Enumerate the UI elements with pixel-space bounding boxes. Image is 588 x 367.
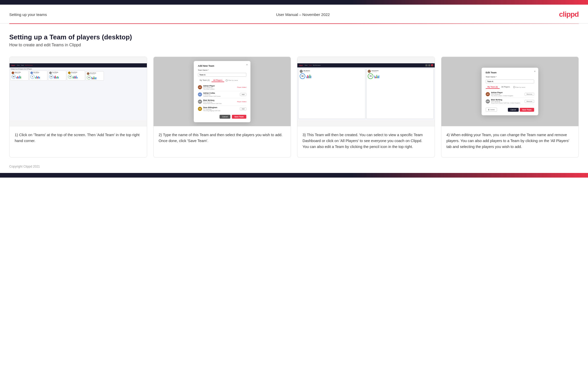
header-section-label: Setting up your teams xyxy=(9,12,47,17)
modal-add-team-name-input[interactable] xyxy=(198,73,246,77)
modal-edit-tab-myteam[interactable]: My Team (2) xyxy=(486,85,500,89)
modal-add-player-info-4: Dave Billingham 1.5 HandicapThe Ding Mag… xyxy=(203,107,239,111)
modal-add-team-name-label: Team Name * xyxy=(198,69,246,71)
modal-edit-player-remove-btn-1[interactable]: Remove xyxy=(525,93,534,96)
modal-add-player-name-4: Dave Billingham xyxy=(203,107,239,108)
modal-edit-player-detail-2: Plus HandicapRoyal North Devon Golf Club… xyxy=(491,101,524,104)
ss1-p2-name: Blair McHarg xyxy=(33,72,39,73)
modal-add-player-status-1: Player Added xyxy=(237,86,246,88)
modal-add-tab-allplayers[interactable]: All Players xyxy=(212,79,224,82)
ss3-nav-action-edit: ✎ xyxy=(431,64,433,66)
modal-edit-player-row-2: BM Blair McHarg Plus HandicapRoyal North… xyxy=(486,98,534,105)
ss1-body: Finding 6 out of 8 players from All Play… xyxy=(10,67,147,120)
ss1-p3-name: Dave Billingh... xyxy=(52,72,59,73)
modal-edit-close[interactable]: × xyxy=(534,70,535,73)
card-4: Edit Team × Team Name * My Team (2) All … xyxy=(441,57,579,158)
ss1-player-card-1: Adrian Collins Plus Handicap 84 xyxy=(11,71,29,81)
modal-edit-team-name-input[interactable] xyxy=(486,80,534,83)
modal-add-player-detail-3: Plus HandicapRoyal North Devon Golf Club xyxy=(203,101,236,104)
card-4-text: 4) When editing your Team, you can chang… xyxy=(441,126,579,157)
ss1-p1-club: Plus Handicap xyxy=(15,73,21,74)
modal-edit-player-list: AP Adrian Player Plus HandicapThe Shire … xyxy=(486,91,534,105)
modal-add-player-row-2: AC Adrian Coliba 1 HandicapCentral Londo… xyxy=(198,91,246,98)
modal-add-player-status-3: Player Added xyxy=(237,101,246,102)
modal-add-filter-checkbox[interactable] xyxy=(226,80,228,81)
modal-edit-cancel-button[interactable]: Cancel xyxy=(508,108,519,112)
modal-edit-team-name-label: Team Name * xyxy=(486,76,534,78)
ss1-p5-name: Richard Butler xyxy=(90,73,96,74)
modal-add-tab-myteam[interactable]: My Team (2) xyxy=(198,79,212,82)
bottom-bar xyxy=(0,173,588,178)
modal-add-player-detail-2: 1 HandicapCentral London Golf Centre xyxy=(203,94,239,97)
modal-edit-player-row-1: AP Adrian Player Plus HandicapThe Shire … xyxy=(486,91,534,98)
modal-edit-title: Edit Team xyxy=(486,71,534,74)
cards-row: clippd Home Teams My Performance Finding… xyxy=(9,57,579,158)
ss3-nav-action-2 xyxy=(428,64,430,66)
modal-add-player-info-2: Adrian Coliba 1 HandicapCentral London G… xyxy=(203,92,239,97)
modal-edit-player-detail-1: Plus HandicapThe Shire London, United Ki… xyxy=(491,93,524,97)
ss3-player-panel-1: Blair McHarg Plus Handicap 94 xyxy=(298,68,365,119)
ss3-nav-actions: ✎ xyxy=(425,64,433,66)
modal-add-bg: Add New Team × Team Name * My Team (2) A… xyxy=(154,57,291,126)
modal-edit-tab-allplayers[interactable]: All Players xyxy=(500,85,512,89)
ss1-nav: clippd Home Teams My Performance xyxy=(10,63,147,67)
card-2-screenshot: Add New Team × Team Name * My Team (2) A… xyxy=(154,57,291,126)
card-2: Add New Team × Team Name * My Team (2) A… xyxy=(153,57,291,158)
ss1-dashboard: clippd Home Teams My Performance Finding… xyxy=(10,63,147,120)
modal-edit-player-avatar-2: BM xyxy=(486,99,490,103)
modal-edit-filter-checkbox[interactable] xyxy=(513,86,515,88)
ss1-nav-teams: Teams xyxy=(21,65,24,66)
ss3-nav-teams: Teams xyxy=(309,65,312,66)
modal-edit-filter: Filter by name xyxy=(513,86,525,88)
modal-edit-box: Edit Team × Team Name * My Team (2) All … xyxy=(482,68,538,115)
ss1-nav-items: Home Teams My Performance xyxy=(17,65,33,66)
modal-add-player-info-3: Blair McHarg Plus HandicapRoyal North De… xyxy=(203,99,236,104)
modal-edit-player-info-2: Blair McHarg Plus HandicapRoyal North De… xyxy=(491,99,524,104)
card-3-screenshot: clippd Home Teams My Performance ✎ xyxy=(297,57,435,126)
page-title: Setting up a Team of players (desktop) xyxy=(9,33,579,41)
ss3-nav-home: Home xyxy=(305,65,308,66)
ss1-p2-club: Plus Handicap xyxy=(33,73,39,74)
modal-edit-player-remove-btn-2[interactable]: Remove xyxy=(525,100,534,103)
page-subtitle: How to create and edit Teams in Clippd xyxy=(9,43,579,47)
modal-add-player-info-1: Adrian Player Plus HandicapThe Shire Lon… xyxy=(203,85,236,90)
header: Setting up your teams User Manual – Nove… xyxy=(0,5,588,23)
modal-edit-save-button[interactable]: Save Team xyxy=(520,108,534,112)
modal-edit-player-info-1: Adrian Player Plus HandicapThe Shire Lon… xyxy=(491,92,524,97)
modal-add-title: Add New Team xyxy=(198,65,246,67)
ss1-p5-club: Plus Handicap xyxy=(90,74,96,75)
modal-add-save-button[interactable]: Save Team xyxy=(232,115,246,119)
modal-add-tabs: My Team (2) All Players Filter by name xyxy=(198,79,246,82)
ss1-nav-home: Home xyxy=(17,65,20,66)
modal-add-filter-label: Filter by name xyxy=(228,80,238,81)
modal-add-cancel-button[interactable]: Cancel xyxy=(220,115,230,119)
ss3-nav: clippd Home Teams My Performance ✎ xyxy=(297,63,435,67)
ss3-logo: clippd xyxy=(299,65,303,66)
ss3-player-panel-2: Richard Butler Plus Handicap 72 xyxy=(366,68,433,119)
modal-add-close[interactable]: × xyxy=(246,63,248,66)
header-manual-title: User Manual – November 2022 xyxy=(276,12,330,17)
modal-add-player-avatar-1: AP xyxy=(198,85,202,89)
ss1-nav-myperformance: My Performance xyxy=(25,65,33,66)
modal-add-box: Add New Team × Team Name * My Team (2) A… xyxy=(194,61,250,122)
card-1-screenshot: clippd Home Teams My Performance Finding… xyxy=(10,57,147,126)
ss3-nav-action-1 xyxy=(425,64,427,66)
modal-edit-delete-button[interactable]: 🗑 Delete xyxy=(486,108,497,112)
modal-add-player-detail-4: 1.5 HandicapThe Ding Maging Golf Club xyxy=(203,108,239,111)
modal-add-player-list: AP Adrian Player Plus HandicapThe Shire … xyxy=(198,84,246,112)
card-3-text: 3) This Team will then be created. You c… xyxy=(297,126,435,157)
logo: clippd xyxy=(559,10,579,19)
ss1-p4-club: Plus Handicap xyxy=(71,73,77,74)
modal-add-player-add-btn-4[interactable]: Add xyxy=(240,107,246,110)
modal-add-player-detail-1: Plus HandicapThe Shire London xyxy=(203,87,236,90)
ss1-player-card-3: Dave Billingh... 1.5 Handicap 94 xyxy=(48,71,66,81)
modal-add-player-row-3: BM Blair McHarg Plus HandicapRoyal North… xyxy=(198,98,246,106)
modal-edit-tabs: My Team (2) All Players Filter by name xyxy=(486,85,534,89)
modal-add-player-avatar-2: AC xyxy=(198,92,202,97)
modal-edit-player-name-2: Blair McHarg xyxy=(491,99,524,101)
modal-add-player-add-btn-2[interactable]: Add xyxy=(240,93,246,96)
ss1-logo: clippd xyxy=(11,65,15,66)
ss1-p3-club: 1.5 Handicap xyxy=(52,73,59,74)
modal-edit-footer: 🗑 Delete Cancel Save Team xyxy=(486,108,534,112)
modal-edit-player-avatar-1: AP xyxy=(486,92,490,96)
